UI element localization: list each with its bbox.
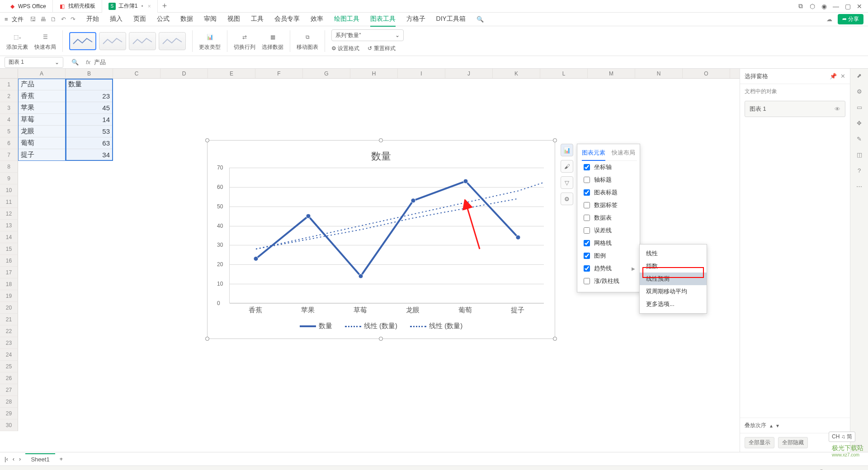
trendline-option[interactable]: 更多选项... xyxy=(640,298,707,310)
send-backward-icon[interactable]: ▾ xyxy=(776,423,779,429)
close-panel-icon[interactable]: ✕ xyxy=(840,73,845,80)
row-header[interactable]: 14 xyxy=(0,231,18,243)
tab-data[interactable]: 数据 xyxy=(180,15,193,24)
undo-icon[interactable]: ↶ xyxy=(61,16,66,23)
chart-element-check[interactable]: 数据表 xyxy=(580,212,637,224)
chart-element-check[interactable]: 图表标题 xyxy=(580,186,637,199)
row-header[interactable]: 17 xyxy=(0,267,18,278)
tab-efficiency[interactable]: 效率 xyxy=(311,15,323,24)
tab-chart-tools[interactable]: 图表工具 xyxy=(370,15,396,27)
formula-input[interactable]: 产品 xyxy=(94,58,868,66)
tab-formula[interactable]: 公式 xyxy=(157,15,170,24)
move-chart-button[interactable]: ⧉ 移动图表 xyxy=(297,31,318,51)
ime-indicator[interactable]: CH ♫ 简 xyxy=(829,432,855,442)
column-header[interactable]: D xyxy=(160,69,208,78)
column-header[interactable]: N xyxy=(635,69,683,78)
row-header[interactable]: 20 xyxy=(0,302,18,314)
maximize-icon[interactable]: ▢ xyxy=(842,3,854,10)
prev-sheet-icon[interactable]: ‹ xyxy=(13,456,14,462)
checkbox[interactable] xyxy=(584,177,590,183)
column-header[interactable]: L xyxy=(540,69,588,78)
set-format-button[interactable]: ⚙ 设置格式 xyxy=(331,45,359,52)
legend-entry[interactable]: 线性 (数量) xyxy=(410,322,462,330)
chart-element-check[interactable]: 坐标轴 xyxy=(580,161,637,174)
chart-style-button[interactable]: 🖌 xyxy=(561,160,573,173)
checkbox[interactable] xyxy=(584,265,590,272)
resize-handle[interactable] xyxy=(553,138,557,142)
chart-element-check[interactable]: 数据标签 xyxy=(580,199,637,212)
options-icon[interactable]: ⚙ xyxy=(857,88,862,95)
chart-filter-button[interactable]: ▽ xyxy=(561,176,573,189)
cancel-icon[interactable]: 🔍 xyxy=(71,59,79,66)
row-header[interactable]: 4 xyxy=(0,114,18,126)
row-header[interactable]: 11 xyxy=(0,196,18,208)
resize-handle[interactable] xyxy=(205,337,209,341)
chart-style-2[interactable] xyxy=(99,32,126,50)
next-sheet-icon[interactable]: › xyxy=(19,456,21,462)
close-tab-icon[interactable]: × xyxy=(148,3,151,9)
trendline-option[interactable]: 双周期移动平均 xyxy=(640,285,707,298)
column-header[interactable]: M xyxy=(588,69,635,78)
redo-icon[interactable]: ↷ xyxy=(71,16,75,23)
row-header[interactable]: 13 xyxy=(0,220,18,231)
plot-area[interactable]: 010203040506070 xyxy=(229,168,544,303)
checkbox[interactable] xyxy=(584,253,590,259)
tab-review[interactable]: 审阅 xyxy=(204,15,217,24)
checkbox[interactable] xyxy=(584,215,590,221)
minimize-icon[interactable]: — xyxy=(830,3,842,10)
new-tab-button[interactable]: + xyxy=(158,1,172,11)
trendline-option[interactable]: 线性预测 xyxy=(640,273,707,285)
tab-member[interactable]: 会员专享 xyxy=(274,15,300,24)
layers-icon[interactable]: ▭ xyxy=(857,104,862,111)
row-header[interactable]: 1 xyxy=(0,79,18,90)
add-element-button[interactable]: ⬚₊ 添加元素 xyxy=(6,31,28,51)
tab-tools[interactable]: 工具 xyxy=(251,15,264,24)
app-tab-workbook[interactable]: S 工作簿1 • × xyxy=(102,0,158,13)
row-header[interactable]: 23 xyxy=(0,337,18,349)
row-header[interactable]: 8 xyxy=(0,161,18,173)
chart-element-check[interactable]: 误差线 xyxy=(580,224,637,237)
row-header[interactable]: 22 xyxy=(0,325,18,337)
column-header[interactable]: C xyxy=(113,69,160,78)
tab-start[interactable]: 开始 xyxy=(86,15,99,24)
checkbox[interactable] xyxy=(584,227,590,234)
name-box[interactable]: 图表 1 ⌄ xyxy=(5,57,63,68)
file-menu[interactable]: 文件 xyxy=(12,15,24,24)
chart-style-4[interactable] xyxy=(159,32,186,50)
row-header[interactable]: 7 xyxy=(0,149,18,161)
row-header[interactable]: 15 xyxy=(0,243,18,255)
checkbox[interactable] xyxy=(584,278,590,284)
tab-view[interactable]: 视图 xyxy=(227,15,240,24)
pane-object-item[interactable]: 图表 1 👁 xyxy=(745,101,845,117)
row-header[interactable]: 10 xyxy=(0,184,18,196)
reset-style-button[interactable]: ↺ 重置样式 xyxy=(368,45,395,52)
tab-insert[interactable]: 插入 xyxy=(110,15,123,24)
resize-handle[interactable] xyxy=(379,138,383,142)
column-header[interactable]: I xyxy=(398,69,445,78)
window-cube-icon[interactable]: ⬡ xyxy=(807,3,818,10)
row-header[interactable]: 29 xyxy=(0,408,18,419)
adjust-icon[interactable]: ✥ xyxy=(857,120,862,127)
row-header[interactable]: 27 xyxy=(0,384,18,396)
checkbox[interactable] xyxy=(584,240,590,246)
change-type-button[interactable]: 📊 更改类型 xyxy=(199,31,221,51)
chart-settings-button[interactable]: ⚙ xyxy=(561,193,573,205)
ruler-icon[interactable]: ✎ xyxy=(857,136,862,142)
app-tab-templates[interactable]: ◧ 找稻壳模板 xyxy=(53,0,102,13)
checkbox[interactable] xyxy=(584,189,590,196)
row-header[interactable]: 24 xyxy=(0,349,18,361)
visibility-icon[interactable]: 👁 xyxy=(835,106,840,113)
column-header[interactable]: H xyxy=(350,69,398,78)
close-window-icon[interactable]: ✕ xyxy=(854,3,865,10)
row-header[interactable]: 28 xyxy=(0,396,18,408)
quick-layout-button[interactable]: ☰ 快速布局 xyxy=(34,31,56,51)
resize-handle[interactable] xyxy=(205,138,209,142)
resize-handle[interactable] xyxy=(553,337,557,341)
row-header[interactable]: 2 xyxy=(0,90,18,102)
column-header[interactable]: A xyxy=(18,69,66,78)
fx-icon[interactable]: fx xyxy=(86,59,90,66)
print-preview-icon[interactable]: 🗋 xyxy=(51,16,57,23)
window-copy-icon[interactable]: ⧉ xyxy=(795,2,807,10)
column-header[interactable]: O xyxy=(683,69,730,78)
checkbox[interactable] xyxy=(584,164,590,170)
